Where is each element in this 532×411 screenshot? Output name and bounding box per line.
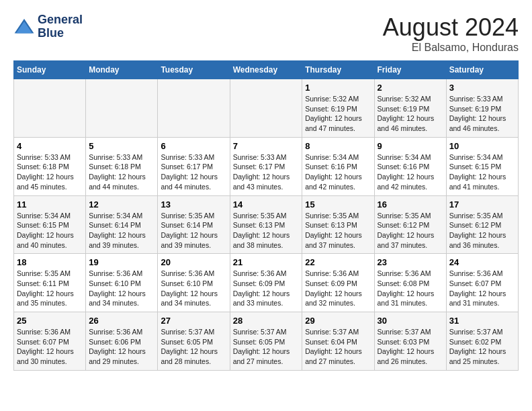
day-info: Sunrise: 5:35 AM Sunset: 6:13 PM Dayligh… (233, 211, 300, 250)
calendar-cell: 13Sunrise: 5:35 AM Sunset: 6:14 PM Dayli… (158, 195, 230, 254)
calendar-week-row: 1Sunrise: 5:32 AM Sunset: 6:19 PM Daylig… (14, 79, 519, 138)
day-info: Sunrise: 5:33 AM Sunset: 6:17 PM Dayligh… (233, 152, 300, 192)
calendar-cell: 20Sunrise: 5:36 AM Sunset: 6:10 PM Dayli… (158, 254, 230, 312)
day-number: 7 (233, 141, 300, 151)
day-number: 16 (378, 199, 443, 210)
calendar-week-row: 18Sunrise: 5:35 AM Sunset: 6:11 PM Dayli… (14, 254, 519, 312)
day-header-sunday: Sunday (14, 61, 86, 79)
day-number: 3 (449, 83, 515, 93)
day-number: 25 (17, 316, 83, 326)
day-info: Sunrise: 5:34 AM Sunset: 6:16 PM Dayligh… (378, 152, 443, 192)
day-number: 8 (305, 141, 371, 151)
day-info: Sunrise: 5:36 AM Sunset: 6:08 PM Dayligh… (378, 269, 443, 308)
logo-icon (13, 16, 35, 38)
calendar-cell: 27Sunrise: 5:37 AM Sunset: 6:05 PM Dayli… (158, 312, 230, 371)
calendar-cell: 12Sunrise: 5:34 AM Sunset: 6:14 PM Dayli… (86, 195, 158, 254)
calendar-week-row: 11Sunrise: 5:34 AM Sunset: 6:15 PM Dayli… (14, 195, 519, 254)
day-info: Sunrise: 5:32 AM Sunset: 6:19 PM Dayligh… (305, 94, 371, 134)
day-info: Sunrise: 5:36 AM Sunset: 6:07 PM Dayligh… (449, 269, 515, 308)
day-info: Sunrise: 5:36 AM Sunset: 6:10 PM Dayligh… (161, 269, 226, 308)
calendar-week-row: 4Sunrise: 5:33 AM Sunset: 6:18 PM Daylig… (14, 137, 519, 195)
calendar-cell: 9Sunrise: 5:34 AM Sunset: 6:16 PM Daylig… (374, 137, 446, 195)
day-number: 20 (161, 257, 226, 267)
calendar-cell: 19Sunrise: 5:36 AM Sunset: 6:10 PM Dayli… (86, 254, 158, 312)
calendar-cell: 30Sunrise: 5:37 AM Sunset: 6:03 PM Dayli… (374, 312, 446, 371)
day-info: Sunrise: 5:33 AM Sunset: 6:17 PM Dayligh… (161, 152, 226, 192)
calendar-cell: 6Sunrise: 5:33 AM Sunset: 6:17 PM Daylig… (158, 137, 230, 195)
day-number: 9 (378, 141, 443, 151)
day-number: 31 (449, 316, 515, 326)
calendar-cell: 11Sunrise: 5:34 AM Sunset: 6:15 PM Dayli… (14, 195, 86, 254)
calendar-cell: 24Sunrise: 5:36 AM Sunset: 6:07 PM Dayli… (446, 254, 518, 312)
page-header: General Blue August 2024 El Balsamo, Hon… (13, 13, 519, 54)
day-number: 27 (161, 316, 226, 326)
day-number: 23 (378, 257, 443, 267)
calendar-cell (158, 79, 230, 138)
calendar-cell: 10Sunrise: 5:34 AM Sunset: 6:15 PM Dayli… (446, 137, 518, 195)
calendar-cell (14, 79, 86, 138)
day-info: Sunrise: 5:35 AM Sunset: 6:12 PM Dayligh… (378, 211, 443, 250)
logo-line2: Blue (38, 27, 83, 40)
day-number: 28 (233, 316, 300, 326)
calendar-cell: 16Sunrise: 5:35 AM Sunset: 6:12 PM Dayli… (374, 195, 446, 254)
logo: General Blue (13, 13, 83, 40)
calendar-cell: 14Sunrise: 5:35 AM Sunset: 6:13 PM Dayli… (230, 195, 302, 254)
day-info: Sunrise: 5:35 AM Sunset: 6:12 PM Dayligh… (449, 211, 515, 250)
calendar-cell (230, 79, 302, 138)
day-number: 6 (161, 141, 226, 151)
day-number: 13 (161, 199, 226, 210)
day-info: Sunrise: 5:34 AM Sunset: 6:15 PM Dayligh… (449, 152, 515, 192)
day-number: 29 (305, 316, 371, 326)
calendar-cell: 21Sunrise: 5:36 AM Sunset: 6:09 PM Dayli… (230, 254, 302, 312)
day-info: Sunrise: 5:36 AM Sunset: 6:07 PM Dayligh… (17, 327, 83, 367)
day-number: 21 (233, 257, 300, 267)
calendar-cell: 1Sunrise: 5:32 AM Sunset: 6:19 PM Daylig… (302, 79, 374, 138)
day-number: 19 (89, 257, 154, 267)
calendar-cell: 18Sunrise: 5:35 AM Sunset: 6:11 PM Dayli… (14, 254, 86, 312)
day-number: 5 (89, 141, 154, 151)
day-number: 18 (17, 257, 83, 267)
calendar-cell: 29Sunrise: 5:37 AM Sunset: 6:04 PM Dayli… (302, 312, 374, 371)
day-info: Sunrise: 5:33 AM Sunset: 6:19 PM Dayligh… (449, 94, 515, 134)
day-header-saturday: Saturday (446, 61, 518, 79)
day-number: 11 (17, 199, 83, 210)
day-header-friday: Friday (374, 61, 446, 79)
calendar-cell: 4Sunrise: 5:33 AM Sunset: 6:18 PM Daylig… (14, 137, 86, 195)
main-title: August 2024 (383, 13, 519, 42)
title-block: August 2024 El Balsamo, Honduras (383, 13, 519, 54)
calendar-cell: 17Sunrise: 5:35 AM Sunset: 6:12 PM Dayli… (446, 195, 518, 254)
logo-line1: General (38, 13, 83, 27)
subtitle: El Balsamo, Honduras (383, 42, 519, 54)
calendar-week-row: 25Sunrise: 5:36 AM Sunset: 6:07 PM Dayli… (14, 312, 519, 371)
day-info: Sunrise: 5:34 AM Sunset: 6:15 PM Dayligh… (17, 211, 83, 250)
day-header-thursday: Thursday (302, 61, 374, 79)
day-number: 30 (378, 316, 443, 326)
day-info: Sunrise: 5:35 AM Sunset: 6:14 PM Dayligh… (161, 211, 226, 250)
logo-text: General Blue (38, 13, 83, 40)
day-info: Sunrise: 5:32 AM Sunset: 6:19 PM Dayligh… (378, 94, 443, 134)
calendar-cell: 5Sunrise: 5:33 AM Sunset: 6:18 PM Daylig… (86, 137, 158, 195)
day-info: Sunrise: 5:37 AM Sunset: 6:05 PM Dayligh… (233, 327, 300, 367)
day-header-monday: Monday (86, 61, 158, 79)
calendar-cell: 26Sunrise: 5:36 AM Sunset: 6:06 PM Dayli… (86, 312, 158, 371)
calendar-cell: 28Sunrise: 5:37 AM Sunset: 6:05 PM Dayli… (230, 312, 302, 371)
calendar-cell: 31Sunrise: 5:37 AM Sunset: 6:02 PM Dayli… (446, 312, 518, 371)
day-info: Sunrise: 5:36 AM Sunset: 6:06 PM Dayligh… (89, 327, 154, 367)
day-number: 24 (449, 257, 515, 267)
day-info: Sunrise: 5:34 AM Sunset: 6:14 PM Dayligh… (89, 211, 154, 250)
calendar-table: SundayMondayTuesdayWednesdayThursdayFrid… (13, 60, 519, 371)
day-info: Sunrise: 5:37 AM Sunset: 6:03 PM Dayligh… (378, 327, 443, 367)
day-number: 2 (378, 83, 443, 93)
day-number: 14 (233, 199, 300, 210)
calendar-cell (86, 79, 158, 138)
day-info: Sunrise: 5:36 AM Sunset: 6:10 PM Dayligh… (89, 269, 154, 308)
day-number: 10 (449, 141, 515, 151)
day-number: 17 (449, 199, 515, 210)
calendar-cell: 7Sunrise: 5:33 AM Sunset: 6:17 PM Daylig… (230, 137, 302, 195)
calendar-cell: 23Sunrise: 5:36 AM Sunset: 6:08 PM Dayli… (374, 254, 446, 312)
calendar-cell: 8Sunrise: 5:34 AM Sunset: 6:16 PM Daylig… (302, 137, 374, 195)
day-number: 12 (89, 199, 154, 210)
day-number: 1 (305, 83, 371, 93)
calendar-cell: 3Sunrise: 5:33 AM Sunset: 6:19 PM Daylig… (446, 79, 518, 138)
day-info: Sunrise: 5:36 AM Sunset: 6:09 PM Dayligh… (233, 269, 300, 308)
